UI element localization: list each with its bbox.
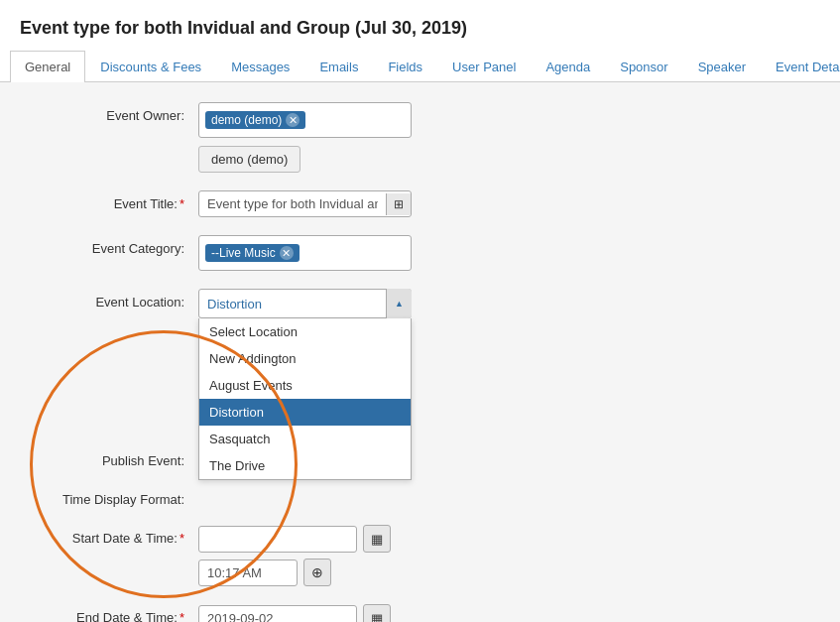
event-location-select-wrapper: Distortion ▲ Select Location New Addingt… [198, 289, 412, 318]
end-date-input-wrap: ▦ [198, 604, 516, 622]
start-date-control: ▦ ⊕ [198, 525, 516, 586]
form-area: Event Owner: demo (demo) ✕ demo (demo) E… [0, 82, 840, 622]
page-title: Event type for both Invidual and Group (… [0, 0, 840, 51]
event-owner-tag-close[interactable]: ✕ [286, 113, 300, 127]
time-display-label: Time Display Format: [30, 486, 198, 507]
tab-agenda[interactable]: Agenda [531, 51, 605, 82]
calendar-icon: ▦ [371, 532, 383, 547]
tab-emails[interactable]: Emails [304, 51, 373, 82]
end-date-control: ▦ [198, 604, 516, 622]
event-category-label: Event Category: [30, 235, 198, 256]
start-time-input[interactable] [198, 560, 298, 586]
event-owner-label: Event Owner: [30, 102, 198, 123]
end-date-row: End Date & Time: ▦ [30, 604, 810, 622]
start-date-input[interactable] [198, 526, 357, 553]
start-date-calendar-btn[interactable]: ▦ [363, 525, 391, 553]
event-owner-tag-label: demo (demo) [211, 113, 282, 127]
tabs-bar: General Discounts & Fees Messages Emails… [0, 51, 840, 82]
start-date-label: Start Date & Time: [30, 525, 198, 546]
event-category-control: --Live Music ✕ [198, 235, 516, 271]
tab-fields[interactable]: Fields [373, 51, 437, 82]
chevron-up-icon[interactable]: ▲ [386, 289, 412, 318]
tab-sponsor[interactable]: Sponsor [605, 51, 682, 82]
event-location-row: Event Location: Distortion ▲ Select Loca… [30, 289, 810, 318]
start-time-input-wrap: ⊕ [198, 559, 516, 586]
end-date-calendar-btn[interactable]: ▦ [363, 604, 391, 622]
start-time-clock-btn[interactable]: ⊕ [303, 559, 331, 586]
event-owner-row: Event Owner: demo (demo) ✕ demo (demo) [30, 102, 810, 173]
clock-icon: ⊕ [311, 564, 323, 580]
event-title-input-wrap: ⊞ [198, 190, 412, 217]
dropdown-item-august-events[interactable]: August Events [199, 372, 411, 399]
start-date-input-wrap: ▦ [198, 525, 516, 553]
tab-discounts-fees[interactable]: Discounts & Fees [85, 51, 216, 82]
grid-icon: ⊞ [394, 197, 404, 211]
event-category-tag-close[interactable]: ✕ [280, 246, 294, 260]
event-title-input[interactable] [199, 191, 386, 216]
tab-messages[interactable]: Messages [216, 51, 304, 82]
event-category-tag-box[interactable]: --Live Music ✕ [198, 235, 412, 271]
tab-event-detail[interactable]: Event Detail [761, 51, 840, 82]
dropdown-item-distortion[interactable]: Distortion [199, 399, 411, 426]
event-location-label: Event Location: [30, 289, 198, 310]
dropdown-item-new-addington[interactable]: New Addington [199, 345, 411, 372]
event-owner-control: demo (demo) ✕ demo (demo) [198, 102, 516, 173]
event-location-dropdown: Select Location New Addington August Eve… [198, 318, 412, 480]
tab-general[interactable]: General [10, 51, 85, 82]
calendar-icon: ▦ [371, 611, 383, 623]
event-location-selected-label: Distortion [207, 297, 262, 311]
tab-speaker[interactable]: Speaker [683, 51, 761, 82]
event-owner-tag: demo (demo) ✕ [205, 111, 305, 129]
dropdown-item-the-drive[interactable]: The Drive [199, 452, 411, 479]
end-date-input[interactable] [198, 605, 357, 623]
tab-user-panel[interactable]: User Panel [437, 51, 531, 82]
dropdown-item-select-location[interactable]: Select Location [199, 318, 411, 345]
event-title-icon-btn[interactable]: ⊞ [386, 193, 411, 215]
event-title-label: Event Title: [30, 190, 198, 211]
publish-event-row: Publish Event: [30, 447, 810, 468]
event-category-row: Event Category: --Live Music ✕ [30, 235, 810, 271]
publish-event-label: Publish Event: [30, 447, 198, 468]
event-owner-tag-box[interactable]: demo (demo) ✕ [198, 102, 412, 138]
event-location-control: Distortion ▲ Select Location New Addingt… [198, 289, 516, 318]
end-date-label: End Date & Time: [30, 604, 198, 622]
event-title-row: Event Title: ⊞ [30, 190, 810, 217]
event-location-select-display[interactable]: Distortion ▲ [198, 289, 412, 318]
event-category-tag-label: --Live Music [211, 246, 276, 260]
event-title-control: ⊞ [198, 190, 516, 217]
page-wrapper: Event type for both Invidual and Group (… [0, 0, 840, 622]
event-category-tag: --Live Music ✕ [205, 244, 300, 262]
event-owner-btn[interactable]: demo (demo) [198, 146, 300, 173]
start-date-row: Start Date & Time: ▦ ⊕ [30, 525, 810, 586]
time-display-row: Time Display Format: [30, 486, 810, 507]
dropdown-item-sasquatch[interactable]: Sasquatch [199, 426, 411, 452]
